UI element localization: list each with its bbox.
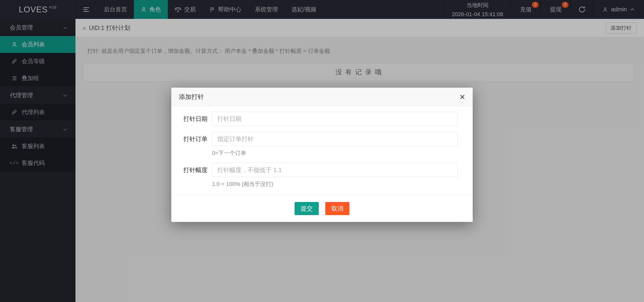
injection-rate-input[interactable] bbox=[212, 163, 458, 177]
injection-date-input[interactable] bbox=[212, 112, 458, 126]
rate-hint: 1.0 = 100% (相当于没打) bbox=[212, 180, 458, 188]
add-injection-modal: 添加打针 × 打针日期 打针订单 0=下一个订单 打针幅度 bbox=[171, 88, 473, 222]
form-row-rate: 打针幅度 1.0 = 100% (相当于没打) bbox=[171, 163, 458, 188]
order-hint: 0=下一个订单 bbox=[212, 149, 458, 157]
modal-footer: 提交 取消 bbox=[171, 195, 473, 222]
modal-body: 打针日期 打针订单 0=下一个订单 打针幅度 1.0 = 100% (相当于没打… bbox=[171, 106, 473, 195]
form-row-date: 打针日期 bbox=[171, 112, 458, 126]
submit-button[interactable]: 提交 bbox=[295, 202, 319, 215]
app-root: LOVESV10 后台首页 角色 交易 bbox=[0, 0, 644, 302]
modal-title: 添加打针 bbox=[179, 93, 204, 101]
injection-order-input[interactable] bbox=[212, 132, 458, 146]
close-icon[interactable]: × bbox=[460, 92, 465, 102]
modal-header: 添加打针 × bbox=[171, 88, 473, 106]
field-label-order: 打针订单 bbox=[171, 132, 212, 157]
field-label-date: 打针日期 bbox=[171, 112, 212, 126]
field-label-rate: 打针幅度 bbox=[171, 163, 212, 188]
cancel-button[interactable]: 取消 bbox=[325, 202, 349, 215]
form-row-order: 打针订单 0=下一个订单 bbox=[171, 132, 458, 157]
